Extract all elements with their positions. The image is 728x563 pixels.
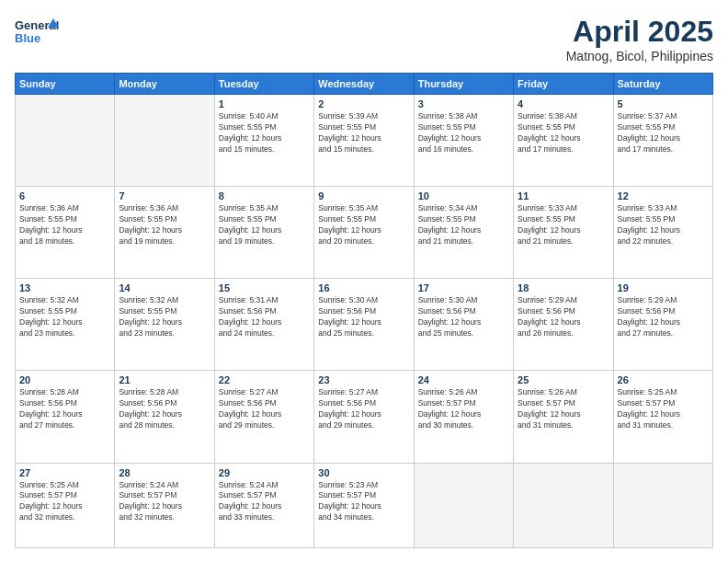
- calendar-cell: 12Sunrise: 5:33 AM Sunset: 5:55 PM Dayli…: [613, 187, 712, 279]
- day-number: 1: [219, 98, 310, 109]
- calendar-cell: [16, 95, 115, 187]
- cell-info: Sunrise: 5:25 AM Sunset: 5:57 PM Dayligh…: [618, 387, 709, 431]
- week-row-5: 27Sunrise: 5:25 AM Sunset: 5:57 PM Dayli…: [16, 463, 713, 547]
- week-row-2: 6Sunrise: 5:36 AM Sunset: 5:55 PM Daylig…: [16, 187, 713, 279]
- cell-info: Sunrise: 5:38 AM Sunset: 5:55 PM Dayligh…: [518, 111, 609, 155]
- day-number: 29: [219, 467, 310, 478]
- calendar-cell: 2Sunrise: 5:39 AM Sunset: 5:55 PM Daylig…: [314, 95, 414, 187]
- calendar-cell: 1Sunrise: 5:40 AM Sunset: 5:55 PM Daylig…: [214, 95, 313, 187]
- day-number: 11: [518, 190, 609, 201]
- cell-info: Sunrise: 5:38 AM Sunset: 5:55 PM Dayligh…: [418, 111, 509, 155]
- cell-info: Sunrise: 5:35 AM Sunset: 5:55 PM Dayligh…: [219, 203, 310, 247]
- day-number: 10: [418, 190, 509, 201]
- day-number: 6: [19, 190, 110, 201]
- cell-info: Sunrise: 5:35 AM Sunset: 5:55 PM Dayligh…: [318, 203, 409, 247]
- cell-info: Sunrise: 5:39 AM Sunset: 5:55 PM Dayligh…: [318, 111, 409, 155]
- calendar-cell: 13Sunrise: 5:32 AM Sunset: 5:55 PM Dayli…: [16, 279, 115, 371]
- calendar-cell: 27Sunrise: 5:25 AM Sunset: 5:57 PM Dayli…: [16, 463, 115, 547]
- cell-info: Sunrise: 5:29 AM Sunset: 5:56 PM Dayligh…: [518, 295, 609, 339]
- calendar-cell: [115, 95, 214, 187]
- day-number: 28: [119, 467, 210, 478]
- calendar-cell: 6Sunrise: 5:36 AM Sunset: 5:55 PM Daylig…: [16, 187, 115, 279]
- calendar-cell: 23Sunrise: 5:27 AM Sunset: 5:56 PM Dayli…: [314, 371, 414, 463]
- day-number: 14: [119, 282, 210, 293]
- calendar-cell: 14Sunrise: 5:32 AM Sunset: 5:55 PM Dayli…: [115, 279, 214, 371]
- calendar-cell: 9Sunrise: 5:35 AM Sunset: 5:55 PM Daylig…: [314, 187, 414, 279]
- cell-info: Sunrise: 5:30 AM Sunset: 5:56 PM Dayligh…: [418, 295, 509, 339]
- calendar-cell: 24Sunrise: 5:26 AM Sunset: 5:57 PM Dayli…: [414, 371, 513, 463]
- day-number: 24: [418, 374, 509, 385]
- calendar-cell: 8Sunrise: 5:35 AM Sunset: 5:55 PM Daylig…: [214, 187, 313, 279]
- day-number: 27: [19, 467, 110, 478]
- logo: General Blue: [15, 15, 59, 55]
- page: General Blue April 2025 Matnog, Bicol, P…: [0, 0, 728, 563]
- day-number: 5: [618, 98, 709, 109]
- cell-info: Sunrise: 5:33 AM Sunset: 5:55 PM Dayligh…: [518, 203, 609, 247]
- calendar-cell: 11Sunrise: 5:33 AM Sunset: 5:55 PM Dayli…: [514, 187, 613, 279]
- day-number: 15: [219, 282, 310, 293]
- day-number: 12: [618, 190, 709, 201]
- day-number: 8: [219, 190, 310, 201]
- day-number: 21: [119, 374, 210, 385]
- weekday-header-friday: Friday: [514, 74, 613, 95]
- calendar-cell: 30Sunrise: 5:23 AM Sunset: 5:57 PM Dayli…: [314, 463, 414, 547]
- cell-info: Sunrise: 5:27 AM Sunset: 5:56 PM Dayligh…: [219, 387, 310, 431]
- calendar-cell: 18Sunrise: 5:29 AM Sunset: 5:56 PM Dayli…: [514, 279, 613, 371]
- day-number: 4: [518, 98, 609, 109]
- cell-info: Sunrise: 5:28 AM Sunset: 5:56 PM Dayligh…: [19, 387, 110, 431]
- cell-info: Sunrise: 5:30 AM Sunset: 5:56 PM Dayligh…: [318, 295, 409, 339]
- month-title: April 2025: [566, 15, 713, 49]
- day-number: 18: [518, 282, 609, 293]
- cell-info: Sunrise: 5:25 AM Sunset: 5:57 PM Dayligh…: [19, 480, 110, 524]
- weekday-header-monday: Monday: [115, 74, 214, 95]
- day-number: 25: [518, 374, 609, 385]
- cell-info: Sunrise: 5:31 AM Sunset: 5:56 PM Dayligh…: [219, 295, 310, 339]
- cell-info: Sunrise: 5:32 AM Sunset: 5:55 PM Dayligh…: [19, 295, 110, 339]
- calendar-cell: [414, 463, 513, 547]
- cell-info: Sunrise: 5:26 AM Sunset: 5:57 PM Dayligh…: [418, 387, 509, 431]
- calendar-cell: 19Sunrise: 5:29 AM Sunset: 5:56 PM Dayli…: [613, 279, 712, 371]
- weekday-header-tuesday: Tuesday: [214, 74, 313, 95]
- cell-info: Sunrise: 5:34 AM Sunset: 5:55 PM Dayligh…: [418, 203, 509, 247]
- logo-icon: General Blue: [15, 15, 59, 52]
- calendar-cell: 21Sunrise: 5:28 AM Sunset: 5:56 PM Dayli…: [115, 371, 214, 463]
- day-number: 17: [418, 282, 509, 293]
- weekday-header-thursday: Thursday: [414, 74, 513, 95]
- calendar-cell: 5Sunrise: 5:37 AM Sunset: 5:55 PM Daylig…: [613, 95, 712, 187]
- calendar-cell: 29Sunrise: 5:24 AM Sunset: 5:57 PM Dayli…: [214, 463, 313, 547]
- cell-info: Sunrise: 5:29 AM Sunset: 5:56 PM Dayligh…: [618, 295, 709, 339]
- day-number: 19: [618, 282, 709, 293]
- weekday-header-wednesday: Wednesday: [314, 74, 414, 95]
- day-number: 9: [318, 190, 409, 201]
- day-number: 30: [318, 467, 409, 478]
- calendar-cell: 4Sunrise: 5:38 AM Sunset: 5:55 PM Daylig…: [514, 95, 613, 187]
- week-row-4: 20Sunrise: 5:28 AM Sunset: 5:56 PM Dayli…: [16, 371, 713, 463]
- calendar-cell: 22Sunrise: 5:27 AM Sunset: 5:56 PM Dayli…: [214, 371, 313, 463]
- cell-info: Sunrise: 5:40 AM Sunset: 5:55 PM Dayligh…: [219, 111, 310, 155]
- calendar-cell: 16Sunrise: 5:30 AM Sunset: 5:56 PM Dayli…: [314, 279, 414, 371]
- week-row-3: 13Sunrise: 5:32 AM Sunset: 5:55 PM Dayli…: [16, 279, 713, 371]
- svg-text:Blue: Blue: [15, 31, 40, 45]
- title-block: April 2025 Matnog, Bicol, Philippines: [566, 15, 713, 63]
- week-row-1: 1Sunrise: 5:40 AM Sunset: 5:55 PM Daylig…: [16, 95, 713, 187]
- calendar: SundayMondayTuesdayWednesdayThursdayFrid…: [15, 73, 713, 548]
- cell-info: Sunrise: 5:33 AM Sunset: 5:55 PM Dayligh…: [618, 203, 709, 247]
- calendar-cell: 26Sunrise: 5:25 AM Sunset: 5:57 PM Dayli…: [613, 371, 712, 463]
- calendar-cell: 28Sunrise: 5:24 AM Sunset: 5:57 PM Dayli…: [115, 463, 214, 547]
- calendar-cell: 3Sunrise: 5:38 AM Sunset: 5:55 PM Daylig…: [414, 95, 513, 187]
- day-number: 13: [19, 282, 110, 293]
- cell-info: Sunrise: 5:24 AM Sunset: 5:57 PM Dayligh…: [219, 480, 310, 524]
- header: General Blue April 2025 Matnog, Bicol, P…: [15, 15, 713, 63]
- calendar-cell: [613, 463, 712, 547]
- cell-info: Sunrise: 5:36 AM Sunset: 5:55 PM Dayligh…: [19, 203, 110, 247]
- day-number: 3: [418, 98, 509, 109]
- calendar-cell: 20Sunrise: 5:28 AM Sunset: 5:56 PM Dayli…: [16, 371, 115, 463]
- day-number: 2: [318, 98, 409, 109]
- cell-info: Sunrise: 5:27 AM Sunset: 5:56 PM Dayligh…: [318, 387, 409, 431]
- cell-info: Sunrise: 5:23 AM Sunset: 5:57 PM Dayligh…: [318, 480, 409, 524]
- calendar-cell: 10Sunrise: 5:34 AM Sunset: 5:55 PM Dayli…: [414, 187, 513, 279]
- calendar-cell: 25Sunrise: 5:26 AM Sunset: 5:57 PM Dayli…: [514, 371, 613, 463]
- calendar-cell: 7Sunrise: 5:36 AM Sunset: 5:55 PM Daylig…: [115, 187, 214, 279]
- weekday-header-sunday: Sunday: [16, 74, 115, 95]
- day-number: 20: [19, 374, 110, 385]
